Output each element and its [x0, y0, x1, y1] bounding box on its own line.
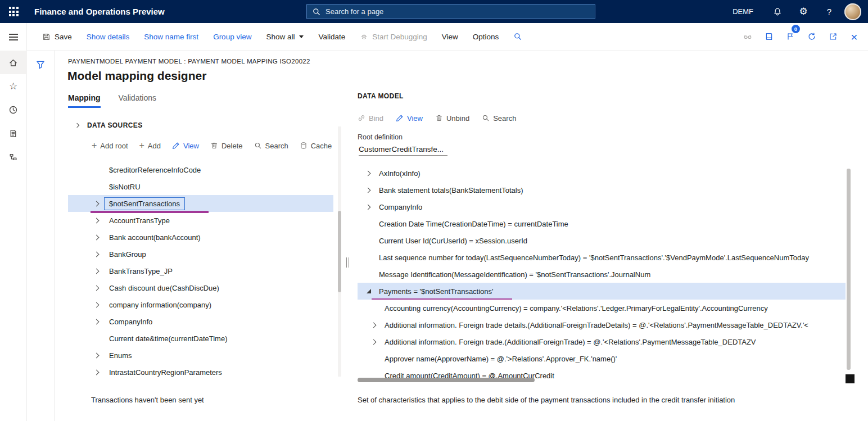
expand-chevron-icon[interactable] [370, 337, 379, 346]
expand-chevron-icon[interactable] [370, 320, 379, 329]
data-model-scrollbar[interactable] [847, 169, 851, 370]
root-definition-input[interactable]: CustomerCreditTransfe... [359, 145, 447, 156]
data-model-item[interactable]: Accounting currency(AccountingCurrency) … [358, 300, 846, 316]
data-model-item[interactable]: Last sequence number for today(LastSeque… [358, 249, 846, 266]
save-icon [42, 33, 51, 41]
expand-chevron-icon[interactable] [364, 169, 373, 178]
model-search-button[interactable]: Search [482, 114, 516, 123]
company-picker-button[interactable]: DEMF [721, 0, 765, 23]
data-source-item[interactable]: CompanyInfo [68, 313, 333, 330]
expand-chevron-icon[interactable] [93, 250, 102, 259]
expand-chevron-icon[interactable] [93, 368, 102, 377]
data-source-item[interactable]: IntrastatCountryRegionParameters [68, 364, 333, 381]
data-source-item[interactable]: AccountTransType [68, 212, 333, 229]
data-model-item[interactable]: Additional information. Foreign trade.(A… [358, 333, 846, 350]
reading-mode-button[interactable] [739, 29, 756, 45]
horizontal-scrollbar[interactable] [358, 378, 535, 382]
alerts-button[interactable] [765, 0, 790, 23]
nav-home-button[interactable] [0, 51, 27, 74]
help-button[interactable]: ? [816, 0, 842, 23]
data-source-item[interactable]: Current date&time(currentDateTime) [68, 330, 333, 347]
nav-recent-button[interactable] [0, 98, 27, 121]
expand-chevron-icon[interactable] [93, 300, 102, 309]
view-menu-button[interactable]: View [442, 33, 458, 41]
data-source-item[interactable]: Enums [68, 347, 333, 364]
refresh-button[interactable] [803, 29, 820, 45]
data-source-item[interactable]: Bank account(bankAccount) [68, 229, 333, 246]
expand-chevron-icon[interactable] [93, 351, 102, 360]
search-input[interactable] [326, 7, 590, 16]
top-navigation-bar: Finance and Operations Preview DEMF ⚙ ? [0, 0, 868, 23]
messages-button[interactable]: 0 [782, 29, 798, 45]
debug-icon [360, 33, 368, 41]
filter-button[interactable] [31, 55, 50, 74]
expand-chevron-icon[interactable] [364, 202, 373, 211]
scrollbar-thumb[interactable] [338, 211, 341, 292]
data-model-item[interactable]: Creation Date Time(CreationDateTime) = c… [358, 215, 846, 232]
group-view-button[interactable]: Group view [213, 33, 251, 41]
task-guide-button[interactable] [761, 29, 777, 45]
add-button[interactable]: +Add [139, 141, 161, 150]
delete-button[interactable]: Delete [210, 142, 243, 150]
model-view-button[interactable]: View [396, 114, 423, 123]
app-launcher-button[interactable] [0, 0, 27, 23]
collapse-section-icon[interactable] [73, 121, 82, 130]
expand-chevron-icon[interactable] [93, 317, 102, 326]
settings-button[interactable]: ⚙ [790, 0, 816, 23]
validate-button[interactable]: Validate [318, 33, 345, 41]
options-menu-button[interactable]: Options [473, 33, 499, 41]
data-source-item[interactable]: Cash discount due(CashDiscDue) [68, 279, 333, 296]
data-source-item[interactable]: BankGroup [68, 246, 333, 262]
data-model-item[interactable]: Message Identification(MessageIdentifica… [358, 266, 846, 283]
view-button[interactable]: View [172, 142, 199, 150]
expand-chevron-icon[interactable] [93, 283, 102, 292]
data-source-item[interactable]: $notSentTransactions [68, 195, 333, 212]
data-source-item[interactable]: company information(company) [68, 296, 333, 313]
show-name-first-button[interactable]: Show name first [144, 33, 198, 41]
data-model-item[interactable]: AxInfo(xInfo) [358, 165, 846, 182]
show-details-button[interactable]: Show details [87, 33, 130, 41]
data-model-item[interactable]: Current User Id(CurUserId) = xSession.us… [358, 232, 846, 249]
data-source-item[interactable]: $isNotRU [68, 178, 333, 195]
open-new-window-button[interactable] [825, 29, 841, 45]
start-debugging-button[interactable]: Start Debugging [360, 33, 427, 41]
cache-button[interactable]: Cache [300, 142, 332, 150]
nav-favorites-button[interactable]: ☆ [0, 74, 27, 98]
show-all-dropdown[interactable]: Show all [266, 33, 304, 41]
data-model-item[interactable]: Bank statement totals(BankStatementTotal… [358, 182, 846, 198]
bind-button[interactable]: Bind [358, 114, 383, 123]
data-model-item[interactable]: Payments = '$notSentTransactions' [358, 283, 846, 300]
page-search-box[interactable] [306, 4, 595, 19]
add-root-button[interactable]: +Add root [92, 141, 128, 150]
search-tree-button[interactable]: Search [254, 142, 288, 150]
data-model-toolbar: Bind View Unbind Search [358, 110, 516, 126]
data-source-item[interactable]: $creditorReferenceInfoCode [68, 161, 333, 178]
expand-chevron-icon[interactable] [93, 216, 102, 225]
unbind-button[interactable]: Unbind [435, 114, 469, 123]
expand-chevron-icon[interactable] [364, 185, 373, 194]
scrollbar-thumb[interactable] [847, 169, 851, 370]
tab-validations[interactable]: Validations [119, 93, 156, 108]
expand-chevron-icon[interactable] [364, 287, 373, 296]
data-model-item[interactable]: CompanyInfo [358, 198, 846, 215]
expand-chevron-icon[interactable] [93, 199, 102, 208]
avatar[interactable] [844, 3, 861, 20]
add-root-label: Add root [100, 142, 128, 150]
data-source-item[interactable]: BankTransType_JP [68, 262, 333, 279]
page-icon [8, 129, 18, 138]
nav-modules-button[interactable] [0, 145, 27, 169]
expand-chevron-icon[interactable] [93, 266, 102, 275]
data-model-item[interactable]: Additional information. Foreign trade de… [358, 316, 846, 333]
data-sources-scrollbar[interactable] [338, 126, 341, 377]
save-button[interactable]: Save [42, 33, 72, 41]
action-search-button[interactable] [513, 32, 522, 41]
expand-chevron-icon[interactable] [93, 233, 102, 242]
hamburger-icon [9, 34, 18, 40]
tab-mapping[interactable]: Mapping [68, 93, 101, 108]
nav-expand-button[interactable] [0, 23, 27, 51]
bell-icon [773, 7, 782, 16]
data-model-item[interactable]: Approver name(ApproverName) = @.'>Relati… [358, 350, 846, 367]
nav-workspaces-button[interactable] [0, 121, 27, 145]
close-button[interactable]: × [846, 29, 862, 45]
panel-splitter[interactable] [346, 257, 349, 268]
